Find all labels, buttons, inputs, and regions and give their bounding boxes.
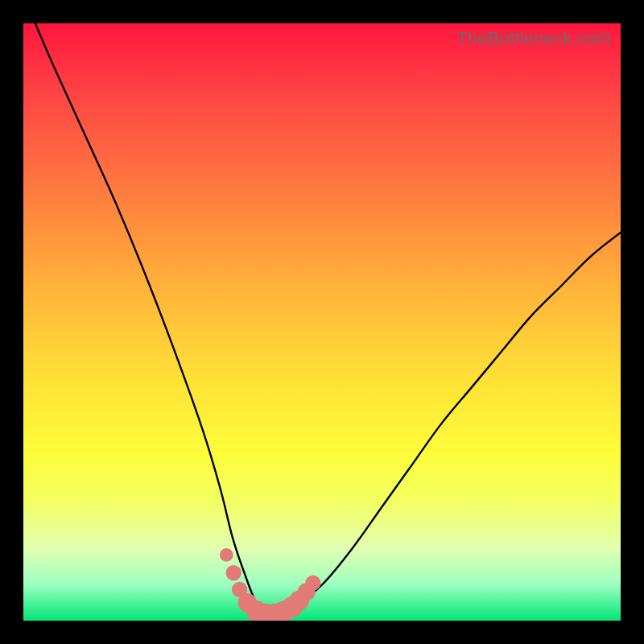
chart-plot-area: TheBottleneck.com: [23, 23, 621, 621]
highlight-dot: [305, 576, 320, 591]
highlight-dots: [220, 548, 321, 621]
chart-svg: [23, 23, 621, 621]
bottleneck-curve: [35, 23, 621, 616]
highlight-dot: [226, 565, 242, 580]
watermark-text: TheBottleneck.com: [456, 28, 611, 49]
chart-stage: TheBottleneck.com: [0, 0, 644, 644]
highlight-dot: [220, 548, 233, 562]
